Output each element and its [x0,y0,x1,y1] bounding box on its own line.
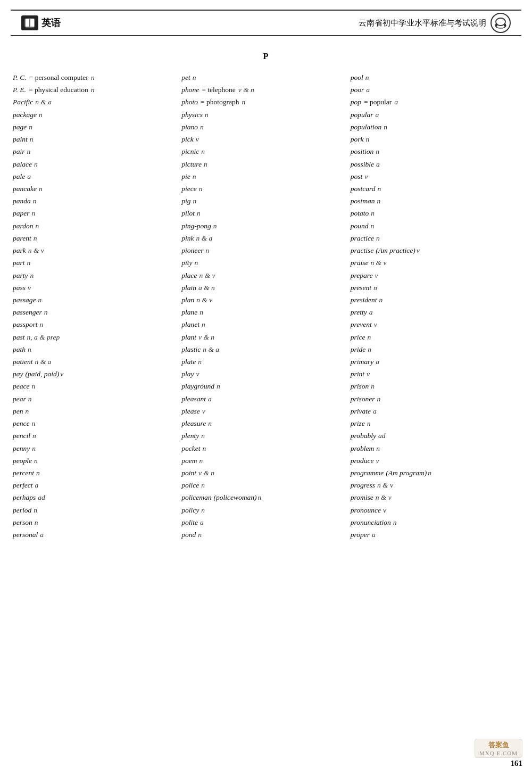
word-term: pride [351,343,366,356]
word-pos: n, a & prep [27,331,60,343]
word-entry: promise n & v [351,491,519,503]
word-pos: n [33,195,37,207]
word-pos: a [35,479,38,491]
word-term: pop [351,96,361,108]
word-term: price [351,331,365,343]
word-pos: n [205,109,209,121]
word-pos: n [30,269,34,282]
word-term: position [351,145,374,158]
word-term: pencil [13,430,30,442]
word-term: pig [181,195,190,207]
word-term: panda [13,195,31,207]
word-pos: ad [378,430,386,442]
word-term: president [351,294,377,306]
word-term: paint [13,133,28,145]
word-extra: (paid, paid) [26,368,60,380]
word-pos: n [36,467,40,479]
word-term: penny [13,442,30,455]
word-pos: a [375,109,379,121]
watermark-box: 答案鱼 MXQ E.COM [475,739,522,758]
word-term: pancake [13,183,37,195]
word-term: pity [181,257,192,269]
word-pos: n [199,183,203,195]
word-pos: ad [38,491,45,503]
word-pos: n [193,170,196,183]
word-entry: polite a [181,516,350,528]
word-term: percent [13,467,34,479]
word-pos: a [369,306,373,318]
word-entry: P. C. = personal computer n [13,71,181,84]
word-pos: n [34,455,38,467]
word-entry: pie n [181,170,350,183]
word-entry: pond n [181,528,350,541]
word-pos: n [31,417,35,430]
word-entry: piece n [181,183,350,195]
word-term: potato [351,207,369,219]
word-term: piece [181,183,196,195]
word-entry: price n [351,331,519,343]
word-pos: n [393,516,397,528]
word-term: pronounce [351,504,381,516]
word-entry: pork n [351,133,519,145]
word-entry: pronunciation n [351,516,519,528]
word-entry: pancake n [13,183,181,195]
word-pos: n [213,220,217,232]
word-entry: package n [13,109,181,121]
word-term: personal [13,528,38,541]
word-pos: n [200,455,203,467]
word-pos: v [383,504,386,516]
word-pos: n [365,71,369,84]
word-pos: n [197,207,201,219]
word-pos: v [28,282,31,294]
word-entry: plane n [181,306,350,318]
word-entry: park n & v [13,244,181,257]
word-pos: n [384,121,387,133]
word-pos: n [200,121,204,133]
word-term: pool [351,71,363,84]
word-term: pond [181,528,196,541]
word-entry: proper a [351,528,519,541]
word-entry: practice n [351,232,519,244]
word-term: population [351,121,382,133]
word-entry: ping-pong n [181,220,350,232]
word-term: practice [351,232,374,244]
word-entry: pity n [181,257,350,269]
word-pos: n [198,528,202,541]
word-term: plastic [181,343,201,356]
word-entry: place n & v [181,269,350,282]
word-pos: a [373,405,377,417]
word-entry: parent n [13,232,181,244]
word-term: palace [13,158,32,170]
word-entry: palace n [13,158,181,170]
word-term: place [181,269,197,282]
word-term: pioneer [181,244,203,257]
word-term: pilot [181,207,195,219]
word-pos: a & n [198,282,215,294]
word-term: perfect [13,479,32,491]
word-entry: pencil n [13,430,181,442]
word-term: plant [181,331,196,343]
word-pos: n & v [370,257,386,269]
word-term: Pacific [13,96,33,108]
word-entry: prisoner n [351,393,519,405]
word-term: promise [351,491,373,503]
word-pos: n [193,195,197,207]
word-pos: n [367,331,371,343]
word-entry: pale a [13,170,181,183]
word-entry: paper n [13,207,181,219]
word-entry: passenger n [13,306,181,318]
word-pos: a [394,96,398,108]
word-pos: a [376,158,380,170]
word-term: pleasant [181,393,206,405]
word-entry: pig n [181,195,350,207]
word-pos: n [26,405,29,417]
word-pos: n [367,417,371,430]
word-term: park [13,244,26,257]
word-term: pen [13,405,23,417]
word-term: prize [351,417,365,430]
word-term: period [13,504,31,516]
word-entry: part n [13,257,181,269]
word-entry: plenty n [181,430,350,442]
word-pos: n [258,491,262,503]
word-entry: pass v [13,282,181,294]
